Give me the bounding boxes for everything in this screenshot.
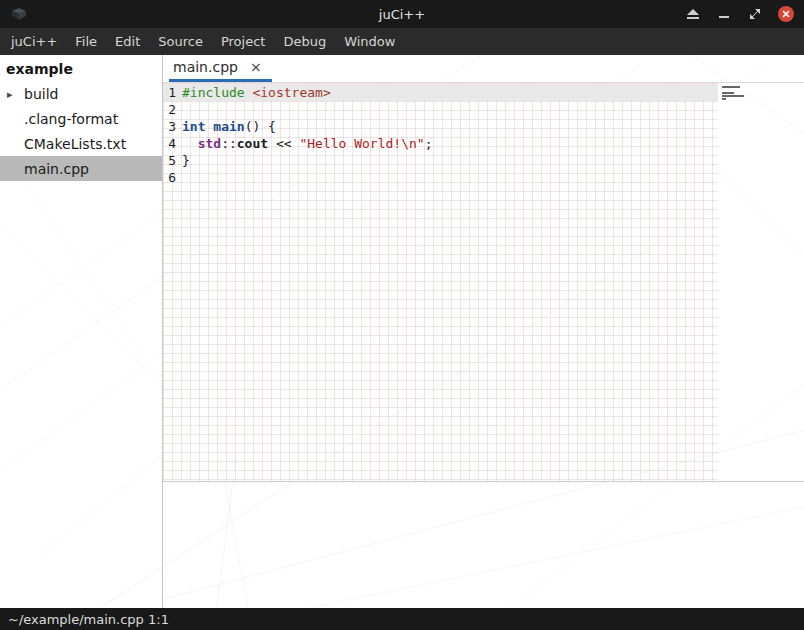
tabbar: main.cpp × (163, 55, 804, 83)
code-view[interactable]: 1#include <iostream>23int main() {4 std:… (163, 83, 718, 481)
code-token: cout (237, 135, 268, 152)
eject-icon[interactable] (685, 6, 701, 22)
map-mark (722, 86, 740, 88)
menu-item-source[interactable]: Source (149, 34, 212, 49)
line-number: 3 (166, 118, 176, 135)
line-number: 5 (166, 152, 176, 169)
tree-item-label: main.cpp (24, 161, 89, 177)
tree-item-label: CMakeLists.txt (24, 136, 126, 152)
menu-item-debug[interactable]: Debug (274, 34, 335, 49)
code-token: int (182, 118, 205, 135)
menu-item-project[interactable]: Project (212, 34, 274, 49)
line-number: 6 (166, 169, 176, 186)
titlebar: juCi++ (0, 0, 804, 28)
terminal-panel[interactable] (163, 482, 804, 608)
code-token: << (268, 135, 299, 152)
code-line-6[interactable]: 6 (163, 169, 718, 186)
tree-item-label: .clang-format (24, 111, 118, 127)
code-token: ; (425, 135, 433, 152)
statusbar: ~/example/main.cpp 1:1 (0, 608, 804, 630)
tab-label: main.cpp (173, 59, 238, 75)
code-token: <iostream> (252, 84, 330, 101)
code-line-1[interactable]: 1#include <iostream> (163, 84, 718, 101)
expander-icon[interactable]: ▸ (7, 87, 13, 100)
tree-item-main-cpp[interactable]: main.cpp (0, 156, 162, 181)
menu-item-window[interactable]: Window (335, 34, 404, 49)
line-number: 2 (166, 101, 176, 118)
map-mark (722, 95, 744, 97)
map-mark (722, 98, 726, 100)
code-line-2[interactable]: 2 (163, 101, 718, 118)
code-line-4[interactable]: 4 std::cout << "Hello World!\n"; (163, 135, 718, 152)
menubar: juCi++FileEditSourceProjectDebugWindow (0, 28, 804, 55)
tab-close-icon[interactable]: × (250, 59, 262, 75)
menu-item-edit[interactable]: Edit (106, 34, 149, 49)
code-token: :: (221, 135, 237, 152)
code-token (205, 118, 213, 135)
code-token: main (213, 118, 244, 135)
app-window: juCi++ (0, 0, 804, 630)
status-path: ~/example/main.cpp 1:1 (8, 612, 169, 627)
code-token: () { (245, 118, 276, 135)
minimize-icon[interactable] (716, 6, 732, 22)
tree-item-cmakelists-txt[interactable]: CMakeLists.txt (0, 131, 162, 156)
code-token: #include (182, 84, 245, 101)
close-icon[interactable] (778, 6, 794, 22)
code-token: "Hello World!\n" (299, 135, 424, 152)
content-area: example ▸build.clang-formatCMakeLists.tx… (0, 55, 804, 608)
tree-item-label: build (24, 86, 58, 102)
window-controls (685, 6, 794, 22)
tree-item-build[interactable]: ▸build (0, 81, 162, 106)
source-map[interactable] (718, 83, 804, 481)
line-number: 1 (166, 84, 176, 101)
line-number: 4 (166, 135, 176, 152)
maximize-icon[interactable] (747, 6, 763, 22)
code-token (182, 135, 198, 152)
code-line-5[interactable]: 5} (163, 152, 718, 169)
menu-item-juci[interactable]: juCi++ (2, 34, 66, 49)
code-token: } (182, 152, 190, 169)
editor: 1#include <iostream>23int main() {4 std:… (163, 83, 804, 482)
tab-main-cpp[interactable]: main.cpp × (169, 55, 272, 82)
code-line-3[interactable]: 3int main() { (163, 118, 718, 135)
code-token: std (198, 135, 221, 152)
code-token (245, 84, 253, 101)
project-name: example (0, 55, 162, 81)
map-mark (722, 92, 734, 94)
tree-item-clang-format[interactable]: .clang-format (0, 106, 162, 131)
menu-item-file[interactable]: File (66, 34, 106, 49)
window-title: juCi++ (0, 7, 804, 22)
app-logo-icon (10, 7, 28, 21)
editor-area: main.cpp × 1#include <iostream>23int mai… (163, 55, 804, 608)
file-sidebar: example ▸build.clang-formatCMakeLists.tx… (0, 55, 163, 608)
file-tree: ▸build.clang-formatCMakeLists.txtmain.cp… (0, 81, 162, 181)
